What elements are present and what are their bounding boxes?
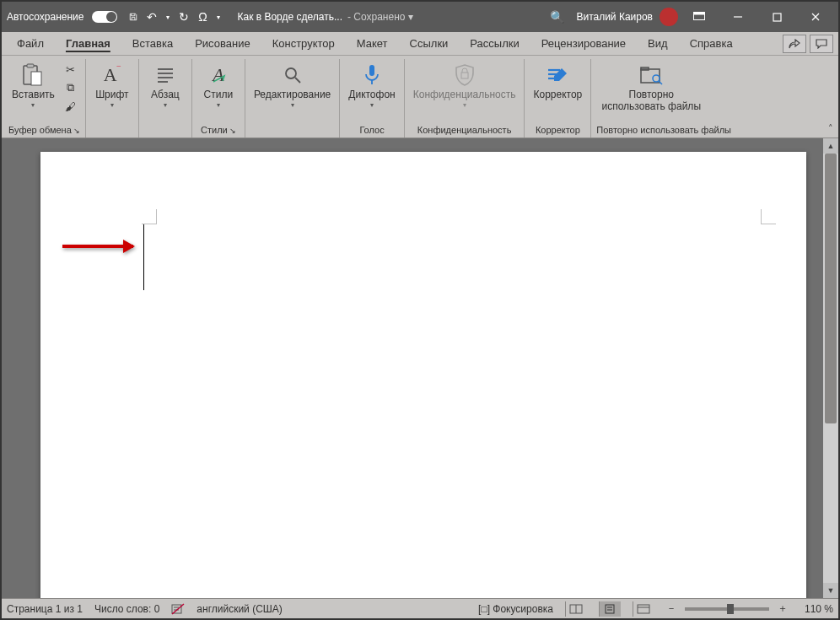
- symbol-icon[interactable]: Ω: [195, 9, 210, 24]
- language-indicator[interactable]: английский (США): [197, 603, 282, 615]
- zoom-out-button[interactable]: －: [666, 601, 676, 616]
- maximize-button[interactable]: [759, 4, 794, 30]
- collapse-ribbon-icon[interactable]: ˄: [828, 123, 833, 134]
- user-name: Виталий Каиров: [576, 11, 653, 23]
- sensitivity-button[interactable]: Конфиденциальность ▾: [410, 61, 520, 111]
- tab-layout[interactable]: Макет: [347, 32, 398, 55]
- paragraph-icon: [153, 62, 178, 88]
- brush-icon: 🖌: [65, 100, 76, 113]
- svg-rect-8: [31, 72, 41, 85]
- microphone-icon: [359, 62, 385, 88]
- tab-design[interactable]: Конструктор: [262, 32, 345, 55]
- search-icon: [280, 62, 305, 88]
- tab-help[interactable]: Справка: [680, 32, 743, 55]
- close-button[interactable]: [798, 4, 833, 30]
- ribbon-display-icon[interactable]: [681, 4, 717, 30]
- editor-icon: [545, 62, 570, 88]
- svg-rect-7: [27, 64, 34, 67]
- reuse-files-icon: [638, 62, 664, 88]
- group-font: A_ Шрифт ▾: [86, 59, 139, 137]
- word-count[interactable]: Число слов: 0: [94, 603, 159, 615]
- tab-references[interactable]: Ссылки: [400, 32, 459, 55]
- autosave-label: Автосохранение: [7, 11, 83, 23]
- autosave-toggle[interactable]: [92, 11, 117, 23]
- font-icon: A_: [100, 62, 125, 88]
- styles-button[interactable]: A Стили ▾: [197, 61, 240, 111]
- paragraph-button[interactable]: Абзац ▾: [144, 61, 186, 111]
- scroll-thumb[interactable]: [825, 154, 837, 423]
- chevron-down-icon: ▾: [291, 101, 294, 109]
- status-bar: Страница 1 из 1 Число слов: 0 английский…: [2, 598, 838, 618]
- svg-rect-15: [369, 65, 374, 76]
- view-print-icon[interactable]: [599, 601, 621, 617]
- page-indicator[interactable]: Страница 1 из 1: [7, 603, 83, 615]
- ribbon-tabs: Файл Главная Вставка Рисование Конструкт…: [2, 32, 838, 56]
- proofing-icon[interactable]: [171, 603, 185, 615]
- share-button[interactable]: [783, 35, 806, 53]
- ribbon: Вставить ▾ ✂ ⧉ 🖌 Буфер обмена↘ A_ Шрифт …: [2, 56, 838, 138]
- scroll-up-icon[interactable]: ▲: [823, 138, 838, 154]
- text-cursor: [143, 224, 144, 290]
- font-button[interactable]: A_ Шрифт ▾: [91, 61, 133, 111]
- tab-file[interactable]: Файл: [7, 32, 54, 55]
- redo-icon[interactable]: ↻: [176, 9, 191, 24]
- view-read-icon[interactable]: [565, 601, 587, 617]
- editing-button[interactable]: Редактирование ▾: [250, 61, 334, 111]
- undo-dropdown[interactable]: ▾: [163, 12, 173, 23]
- minimize-button[interactable]: [720, 4, 756, 30]
- zoom-slider[interactable]: [685, 607, 769, 611]
- document-page[interactable]: [40, 152, 806, 598]
- svg-rect-34: [638, 605, 649, 613]
- svg-point-13: [286, 68, 296, 78]
- reuse-files-button[interactable]: Повторноиспользовать файлы: [596, 61, 706, 115]
- group-clipboard: Вставить ▾ ✂ ⧉ 🖌 Буфер обмена↘: [3, 59, 86, 137]
- editor-button[interactable]: Корректор: [530, 61, 585, 103]
- chevron-down-icon: ▾: [164, 101, 167, 109]
- tab-home[interactable]: Главная: [56, 32, 121, 55]
- copy-icon: ⧉: [67, 81, 74, 94]
- search-icon[interactable]: 🔍: [550, 10, 564, 24]
- undo-icon[interactable]: ↶: [144, 9, 159, 24]
- format-painter-button[interactable]: 🖌: [62, 98, 80, 115]
- qat-dropdown[interactable]: ▾: [213, 12, 223, 23]
- saved-status: - Сохранено ▾: [347, 11, 413, 23]
- tab-mailings[interactable]: Рассылки: [460, 32, 529, 55]
- vertical-scrollbar[interactable]: ▲ ▼: [823, 138, 838, 598]
- cut-icon: ✂: [66, 63, 75, 76]
- copy-button[interactable]: ⧉: [62, 79, 80, 96]
- chevron-down-icon: ▾: [31, 101, 35, 109]
- svg-rect-31: [606, 605, 614, 613]
- focus-mode-button[interactable]: [□] Фокусировка: [478, 603, 553, 615]
- chevron-down-icon: ▾: [370, 101, 374, 109]
- group-sensitivity: Конфиденциальность ▾ Конфиденциальность: [405, 59, 525, 137]
- svg-rect-17: [461, 73, 468, 78]
- chevron-down-icon: ▾: [463, 101, 466, 109]
- group-editing: Редактирование ▾: [245, 59, 340, 137]
- clipboard-launcher[interactable]: ↘: [73, 127, 80, 135]
- styles-icon: A: [206, 62, 231, 88]
- svg-rect-21: [641, 69, 660, 83]
- view-web-icon[interactable]: [633, 601, 654, 617]
- zoom-in-button[interactable]: ＋: [778, 601, 788, 616]
- comments-button[interactable]: [810, 35, 833, 53]
- group-styles: A Стили ▾ Стили↘: [192, 59, 245, 137]
- zoom-level[interactable]: 110 %: [805, 603, 833, 615]
- user-avatar-icon[interactable]: [660, 8, 678, 26]
- paste-button[interactable]: Вставить ▾: [8, 61, 58, 111]
- group-paragraph: Абзац ▾: [139, 59, 192, 137]
- group-voice: Диктофон ▾ Голос: [340, 59, 404, 137]
- tab-view[interactable]: Вид: [638, 32, 678, 55]
- save-icon[interactable]: [126, 9, 141, 24]
- annotation-arrow-icon: [62, 245, 133, 248]
- svg-rect-25: [172, 605, 181, 613]
- scroll-down-icon[interactable]: ▼: [823, 583, 838, 598]
- margin-corner-tr: [761, 209, 776, 224]
- chevron-down-icon: ▾: [217, 101, 220, 109]
- chevron-down-icon: ▾: [110, 101, 114, 109]
- cut-button[interactable]: ✂: [62, 61, 80, 78]
- tab-draw[interactable]: Рисование: [185, 32, 260, 55]
- tab-review[interactable]: Рецензирование: [531, 32, 636, 55]
- styles-launcher[interactable]: ↘: [229, 127, 236, 135]
- dictate-button[interactable]: Диктофон ▾: [345, 61, 398, 111]
- tab-insert[interactable]: Вставка: [122, 32, 183, 55]
